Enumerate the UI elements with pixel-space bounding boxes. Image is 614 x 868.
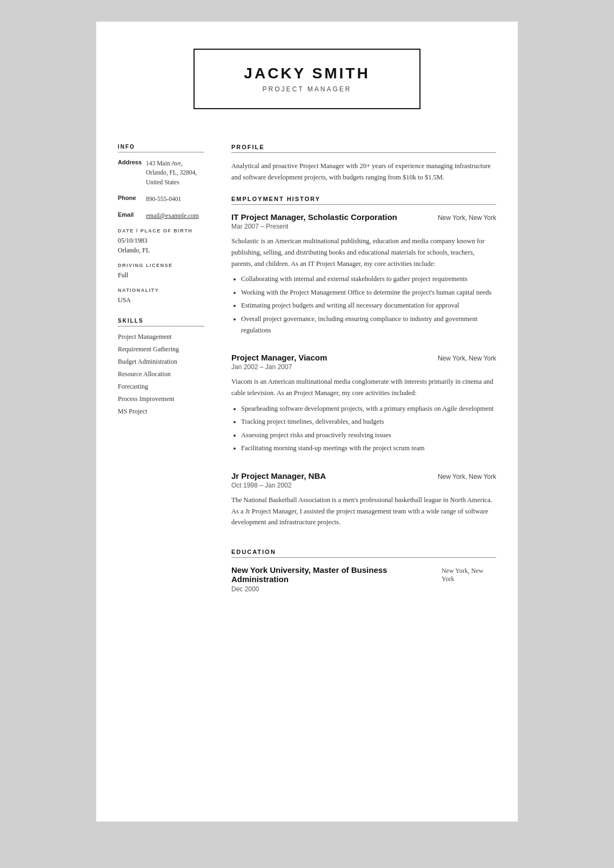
email-row: Email email@example.com [118, 211, 204, 221]
nationality-value: USA [118, 295, 204, 305]
job-dates: Jan 2002 – Jan 2007 [231, 363, 496, 371]
right-column: PROFILE Analytical and proactive Project… [215, 131, 518, 593]
job-dates: Oct 1998 – Jan 2002 [231, 482, 496, 489]
phone-value: 890-555-0401 [146, 195, 181, 204]
skills-list: Project ManagementRequirement GatheringB… [118, 333, 204, 416]
skill-item: Process Improvement [118, 395, 204, 403]
resume-page: JACKY SMITH PROJECT MANAGER INFO Address… [96, 22, 518, 822]
license-value: Full [118, 270, 204, 280]
candidate-name: JACKY SMITH [238, 65, 376, 82]
profile-section-title: PROFILE [231, 144, 496, 153]
job-title: Project Manager, Viacom [231, 353, 327, 362]
job-header: IT Project Manager, Scholastic Corporati… [231, 212, 496, 222]
job-title: IT Project Manager, Scholastic Corporati… [231, 212, 397, 222]
phone-label: Phone [118, 195, 146, 204]
education-section-title: EDUCATION [231, 549, 496, 558]
dob-value: 05/10/1983Orlando, FL [118, 236, 204, 255]
edu-dates: Dec 2000 [231, 585, 496, 593]
email-link[interactable]: email@example.com [146, 212, 199, 219]
bullet-item: Overall project governance, including en… [241, 313, 496, 336]
header-box: JACKY SMITH PROJECT MANAGER [193, 49, 421, 109]
email-label: Email [118, 211, 146, 221]
skill-item: Requirement Gathering [118, 345, 204, 353]
job-location: New York, New York [438, 473, 496, 480]
nationality-label: NATIONALITY [118, 288, 204, 293]
edu-location: New York, New York [442, 567, 496, 583]
edu-block: New York University, Master of Business … [231, 565, 496, 593]
bullet-item: Assessing project risks and proactively … [241, 430, 496, 441]
skill-item: Project Management [118, 333, 204, 341]
phone-row: Phone 890-555-0401 [118, 195, 204, 204]
info-section-title: INFO [118, 144, 204, 152]
job-title: Jr Project Manager, NBA [231, 471, 326, 480]
profile-text: Analytical and proactive Project Manager… [231, 161, 496, 183]
skills-section-title: SKILLS [118, 318, 204, 326]
edu-title: New York University, Master of Business … [231, 565, 442, 584]
job-bullets: Spearheading software development projec… [231, 403, 496, 455]
job-header: Jr Project Manager, NBANew York, New Yor… [231, 471, 496, 480]
left-column: INFO Address 143 Main Ave,Orlando, FL, 3… [96, 131, 215, 593]
bullet-item: Facilitating morning stand-up meetings w… [241, 443, 496, 454]
bullet-item: Collaborating with internal and external… [241, 273, 496, 285]
job-description: Scholastic is an American multinational … [231, 236, 496, 269]
education-container: New York University, Master of Business … [231, 565, 496, 593]
job-block: IT Project Manager, Scholastic Corporati… [231, 212, 496, 348]
employment-section-title: EMPLOYMENT HISTORY [231, 196, 496, 205]
dob-label: DATE / PLACE OF BIRTH [118, 228, 204, 233]
job-location: New York, New York [438, 214, 496, 222]
body-layout: INFO Address 143 Main Ave,Orlando, FL, 3… [96, 131, 518, 593]
job-location: New York, New York [438, 355, 496, 362]
email-value: email@example.com [146, 211, 199, 221]
jobs-container: IT Project Manager, Scholastic Corporati… [231, 212, 496, 536]
job-block: Jr Project Manager, NBANew York, New Yor… [231, 471, 496, 536]
skill-item: Resource Allocation [118, 370, 204, 378]
bullet-item: Spearheading software development projec… [241, 403, 496, 415]
nationality-block: NATIONALITY USA [118, 288, 204, 305]
license-label: DRIVING LICENSE [118, 263, 204, 268]
address-row: Address 143 Main Ave,Orlando, FL, 32804,… [118, 159, 204, 187]
job-bullets: Collaborating with internal and external… [231, 273, 496, 336]
job-dates: Mar 2007 – Present [231, 223, 496, 230]
job-block: Project Manager, ViacomNew York, New Yor… [231, 353, 496, 466]
bullet-item: Estimating project budgets and writing a… [241, 300, 496, 311]
dob-block: DATE / PLACE OF BIRTH 05/10/1983Orlando,… [118, 228, 204, 255]
bullet-item: Working with the Project Management Offi… [241, 287, 496, 298]
header-section: JACKY SMITH PROJECT MANAGER [96, 22, 518, 131]
skill-item: Forecasting [118, 383, 204, 391]
bullet-item: Tracking project timelines, deliverables… [241, 416, 496, 428]
job-description: The National Basketball Association is a… [231, 495, 496, 528]
license-block: DRIVING LICENSE Full [118, 263, 204, 280]
job-header: Project Manager, ViacomNew York, New Yor… [231, 353, 496, 362]
candidate-title: PROJECT MANAGER [238, 85, 376, 93]
skill-item: MS Project [118, 408, 204, 416]
job-description: Viacom is an American multinational medi… [231, 376, 496, 398]
address-value: 143 Main Ave,Orlando, FL, 32804,United S… [146, 159, 197, 187]
address-label: Address [118, 159, 146, 187]
edu-header: New York University, Master of Business … [231, 565, 496, 584]
skill-item: Budget Administration [118, 358, 204, 366]
